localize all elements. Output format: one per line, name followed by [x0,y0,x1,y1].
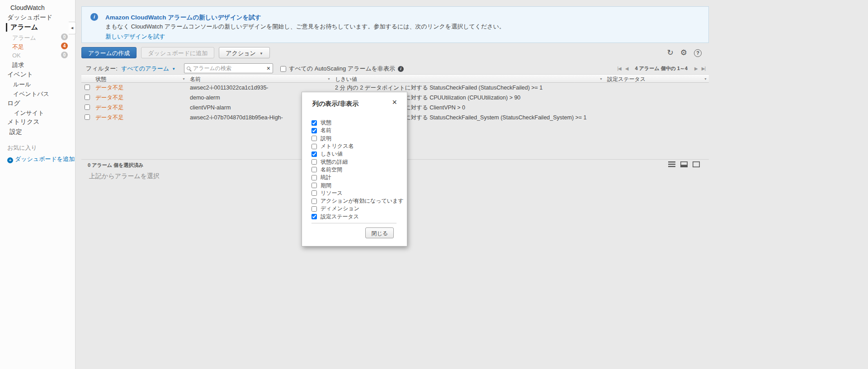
first-page-icon[interactable]: |◀ [617,66,621,71]
column-header-threshold[interactable]: しきい値 ▼ [332,75,604,82]
column-toggle[interactable]: リソース [311,189,402,197]
sidebar-item-metrics[interactable]: メトリクス [7,118,40,126]
alarm-threshold: 2 分 内の 2 データポイントに対する StatusCheckFailed (… [332,84,604,92]
column-toggle-label: 期間 [321,182,331,189]
column-header-config-status[interactable]: 設定ステータス ▼ [604,75,709,82]
column-toggle-label: 状態 [321,119,331,127]
sidebar-item-settings[interactable]: 設定 [9,128,22,136]
sidebar-item-event-bus[interactable]: イベントバス [13,90,49,98]
alarm-state: データ不足 [93,104,187,112]
column-toggle[interactable]: 名前空間 [311,166,402,174]
row-checkbox[interactable] [85,85,90,90]
show-hide-columns-dialog: 列の表示/非表示 × 状態 名前 説明 メトリクス名 しきい値 状態の詳細 名 [302,92,407,246]
add-to-dashboard-button[interactable]: ダッシュボードに追加 [141,47,214,58]
hide-autoscaling-checkbox[interactable] [280,66,286,72]
hide-autoscaling-toggle[interactable]: すべての AutoScaling アラームを非表示 i [280,65,404,73]
column-checkbox[interactable] [311,214,317,219]
column-toggle[interactable]: しきい値 [311,150,402,158]
column-menu-icon[interactable]: ▼ [704,77,707,80]
column-toggle[interactable]: 状態の詳細 [311,158,402,166]
sidebar-item-alarms-insufficient[interactable]: 不足 [12,43,24,51]
column-checkbox[interactable] [311,183,317,188]
refresh-icon[interactable]: ↻ [667,49,674,57]
filter-bar: フィルター: すべてのアラーム▼ × すべての AutoScaling アラーム… [81,63,709,74]
close-button[interactable]: 閉じる [365,227,394,238]
selection-count: 0 アラーム 個を選択済み [88,162,144,169]
column-checkbox[interactable] [311,151,317,157]
view-toggle-icons [668,161,700,167]
column-checkbox[interactable] [311,144,317,149]
table-header-row: 状態 ▼ 名前 ▼ しきい値 ▼ 設定ステータス ▼ [81,74,709,83]
sidebar-collapse-button[interactable]: ◀ [69,22,76,34]
column-header-state[interactable]: 状態 ▼ [93,75,187,82]
row-checkbox[interactable] [85,114,90,120]
column-toggle[interactable]: 説明 [311,135,402,142]
prev-page-icon[interactable]: ◀ [625,66,628,71]
column-checkbox[interactable] [311,190,317,196]
gear-icon[interactable]: ⚙ [680,49,687,57]
sidebar-item-rules[interactable]: ルール [13,80,31,89]
list-view-icon[interactable] [668,161,675,167]
sidebar-item-billing[interactable]: 請求 [12,61,24,69]
table-row[interactable]: データ不足 awsec2-i-00113022ca1c1d935- 2 分 内の… [81,83,709,93]
actions-dropdown-button[interactable]: アクション▼ [219,47,269,58]
column-checkbox[interactable] [311,159,317,165]
sidebar-item-insights[interactable]: インサイト [14,109,44,117]
column-checkbox[interactable] [311,120,317,126]
sidebar-item-events[interactable]: イベント [7,71,33,79]
column-toggle[interactable]: 設定ステータス [311,213,402,221]
sidebar-item-alarms-in-alarm[interactable]: アラーム [12,34,36,42]
search-input[interactable] [193,65,267,71]
column-header-label: 設定ステータス [607,76,646,82]
full-view-icon[interactable] [693,161,700,167]
column-toggle[interactable]: 名前 [311,127,402,134]
close-icon[interactable]: × [392,98,397,107]
sidebar-item-logs[interactable]: ログ [7,99,20,108]
column-toggle-label: リソース [321,189,343,197]
add-icon: + [7,157,13,163]
try-new-design-link[interactable]: 新しいデザインを試す [105,33,165,41]
column-header-label: しきい値 [335,76,357,82]
info-icon[interactable]: i [398,66,404,72]
row-checkbox[interactable] [85,95,90,100]
sidebar-item-alarms-ok[interactable]: OK [12,52,21,59]
select-all-column-header[interactable] [81,75,93,82]
column-checkbox[interactable] [311,199,317,204]
last-page-icon[interactable]: ▶| [702,66,705,71]
search-box[interactable]: × [184,63,273,73]
column-checkbox[interactable] [311,206,317,212]
column-menu-icon[interactable]: ▼ [327,77,330,80]
column-toggle-list: 状態 名前 説明 メトリクス名 しきい値 状態の詳細 名前空間 統計 [311,119,402,221]
filter-scope-dropdown[interactable]: すべてのアラーム▼ [121,65,175,73]
column-toggle[interactable]: 期間 [311,181,402,189]
alarm-state: データ不足 [93,94,187,102]
split-view-icon[interactable] [680,161,688,167]
column-checkbox[interactable] [311,167,317,172]
column-toggle-label: 設定ステータス [321,213,359,221]
column-checkbox[interactable] [311,136,317,141]
sidebar-item-dashboards[interactable]: ダッシュボード [7,14,52,22]
column-header-name[interactable]: 名前 ▼ [187,75,332,82]
column-toggle[interactable]: 統計 [311,174,402,181]
next-page-icon[interactable]: ▶ [694,66,698,71]
column-menu-icon[interactable]: ▼ [182,77,185,80]
column-menu-icon[interactable]: ▼ [599,77,603,80]
column-toggle-label: 名前 [321,127,331,134]
insufficient-count-badge: 4 [61,43,68,49]
column-checkbox[interactable] [311,175,317,180]
clear-search-icon[interactable]: × [267,65,270,72]
column-toggle[interactable]: ディメンション [311,205,402,213]
column-toggle[interactable]: メトリクス名 [311,142,402,150]
row-checkbox[interactable] [85,104,90,110]
banner-title: Amazon CloudWatch アラームの新しいデザインを試す [105,14,261,22]
column-toggle[interactable]: 状態 [311,119,402,127]
divider [311,223,396,223]
sidebar-item-alarms[interactable]: アラーム [6,23,38,32]
column-toggle[interactable]: アクションが有効になっています [311,197,402,205]
alarm-state: データ不足 [93,114,187,122]
column-checkbox[interactable] [311,128,317,133]
create-alarm-button[interactable]: アラームの作成 [81,47,137,58]
help-icon[interactable]: ? [694,49,702,57]
sidebar-item-add-dashboard[interactable]: +ダッシュボードを追加 [7,155,75,163]
alarm-state: データ不足 [93,84,187,92]
